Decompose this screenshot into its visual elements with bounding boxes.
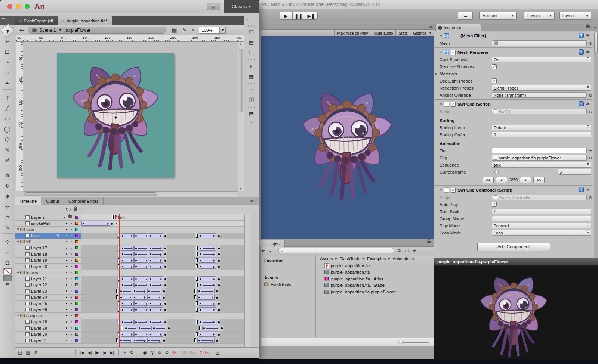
show-hide-dot[interactable]: • [66, 277, 67, 281]
keyframe-dot[interactable] [164, 309, 166, 311]
spray-panel-icon[interactable]: ∴ [247, 119, 256, 128]
layer-frames-row[interactable] [81, 245, 244, 252]
keyframe-dot[interactable] [164, 266, 166, 268]
lock-dot[interactable]: • [70, 252, 72, 256]
show-hide-dot[interactable]: • [66, 283, 67, 287]
object-picker-icon[interactable]: ⊙ [588, 109, 593, 114]
layer-frames-row[interactable] [81, 295, 244, 301]
layer-color-swatch[interactable] [75, 271, 78, 274]
scene-panel-icon[interactable]: ⬒ [247, 109, 256, 118]
layer-folder-danglers[interactable]: ▼danglers•• [15, 313, 81, 319]
keyframe-dot[interactable] [164, 260, 166, 262]
reflection-probes-dropdown[interactable]: Blend Probes [492, 85, 591, 91]
keyframe-dot[interactable] [163, 340, 165, 342]
play-button[interactable]: ▶ [280, 12, 292, 20]
object-picker-icon[interactable]: ⊙ [588, 156, 593, 160]
keyframe-dot[interactable] [111, 223, 113, 225]
tween-span[interactable] [134, 307, 148, 312]
layer-layer-22[interactable]: Layer 22•• [15, 282, 81, 289]
layer-name[interactable]: Layer 28 [31, 320, 47, 324]
layer-color-swatch[interactable] [75, 228, 78, 231]
paint-bucket-tool[interactable]: ⬖ [2, 180, 13, 190]
tab-output[interactable]: Output [41, 197, 64, 205]
tween-span[interactable] [133, 338, 147, 343]
width-tool[interactable]: ∿ [2, 222, 13, 232]
keyframe-dot[interactable] [218, 266, 220, 268]
tween-span[interactable] [152, 326, 166, 330]
show-hide-dot[interactable]: • [66, 338, 67, 342]
next-frame-button[interactable]: > [520, 177, 531, 183]
show-hide-all-icon[interactable] [66, 208, 71, 211]
keyframe-dot[interactable] [218, 321, 220, 323]
layer-layer-20[interactable]: Layer 20•• [15, 264, 81, 270]
tween-span[interactable] [149, 301, 163, 306]
keyframe-dot[interactable] [218, 278, 220, 280]
eyedropper-icon[interactable]: ✒ [589, 148, 593, 153]
color-panel-icon[interactable]: ◐ [247, 62, 256, 71]
layer-color-swatch[interactable] [75, 333, 78, 336]
lock-all-icon[interactable] [74, 208, 77, 211]
tween-span[interactable] [133, 295, 147, 300]
scene-crumb[interactable]: Scene 1 [39, 28, 56, 33]
help-icon[interactable]: ? [579, 49, 584, 55]
keyframe-end-marker[interactable] [196, 301, 198, 305]
lock-dot[interactable]: • [70, 314, 72, 318]
current-frame-indicator[interactable]: 49 [172, 350, 177, 355]
tween-span[interactable] [149, 276, 163, 281]
hand-tool[interactable]: ✣ [2, 237, 13, 247]
lock-dot[interactable]: • [70, 283, 72, 287]
tab-compiler-errors[interactable]: Compiler Errors [64, 197, 104, 205]
keyframe-dot[interactable] [164, 235, 166, 237]
tween-span[interactable] [199, 252, 216, 256]
lock-dot[interactable]: • [70, 240, 72, 244]
assets-header[interactable]: Assets [264, 274, 315, 281]
anchor-override-field[interactable]: None (Transform) [492, 92, 587, 98]
component-enabled-checkbox[interactable]: ✓ [451, 50, 456, 55]
keyframe-end-marker[interactable] [121, 326, 123, 330]
layer-color-swatch[interactable] [75, 259, 78, 262]
zoom-window-button[interactable] [25, 4, 30, 9]
layer-layer-18[interactable]: Layer 18•• [15, 251, 81, 258]
script-field[interactable]: SwfClipController [492, 195, 587, 200]
use-light-probes-checkbox[interactable]: ✓ [492, 78, 497, 83]
layer-layer-29[interactable]: Layer 29•• [15, 325, 81, 332]
tween-span[interactable] [121, 301, 134, 306]
keyframe-dot[interactable] [218, 235, 220, 237]
outline-all-icon[interactable] [80, 208, 83, 211]
keyframe-end-marker[interactable] [196, 246, 198, 250]
stroke-color-swatch[interactable] [3, 268, 12, 274]
layer-folder-leaves[interactable]: ▼leaves•• [15, 270, 81, 276]
keyframe-dot[interactable] [164, 303, 166, 305]
lock-dot[interactable]: • [70, 308, 72, 312]
free-transform-tool[interactable]: ⊡ [2, 47, 13, 57]
step-button[interactable]: ▶❚ [305, 12, 318, 20]
show-hide-dot[interactable]: • [66, 289, 67, 293]
lock-dot[interactable]: • [70, 301, 72, 305]
pencil-tool[interactable]: ✎ [2, 145, 13, 155]
script-field[interactable]: SwfClip [492, 109, 587, 114]
tween-span[interactable] [149, 283, 163, 287]
keyframe-end-marker[interactable] [116, 295, 118, 299]
tween-span[interactable] [199, 283, 216, 287]
cloud-services-button[interactable]: ☁ [458, 12, 473, 20]
zoom-tool[interactable]: ⌕ [2, 247, 13, 257]
scrollbar-thumb[interactable] [239, 49, 243, 112]
object-picker-icon[interactable]: ⊙ [588, 93, 593, 97]
file-row[interactable]: purple_apparition.fla [316, 262, 434, 269]
lock-icon[interactable] [586, 25, 590, 28]
line-tool[interactable]: ╱ [2, 103, 13, 113]
tween-span[interactable] [199, 246, 216, 251]
back-arrow-icon[interactable]: ⬅ [19, 27, 24, 33]
keyframe-dot[interactable] [163, 297, 165, 299]
edit-scene-icon[interactable]: 🎬 [171, 27, 177, 33]
file-row[interactable]: purple_apparition.fla.purpleFlower [316, 289, 434, 295]
step-forward-button[interactable]: |▶ [103, 351, 107, 355]
eyedropper-tool[interactable]: ⊹ [2, 201, 13, 211]
lock-dot[interactable]: • [70, 234, 72, 238]
text-tool[interactable]: T [2, 93, 13, 103]
tween-span[interactable] [119, 289, 132, 293]
file-row[interactable]: purple_apparition.fla._Atlas_ [316, 276, 434, 282]
maximize-on-play-button[interactable]: Maximize on Play [334, 30, 370, 36]
expand-panels-button[interactable]: « [244, 16, 259, 23]
playhead-line[interactable] [119, 214, 120, 347]
